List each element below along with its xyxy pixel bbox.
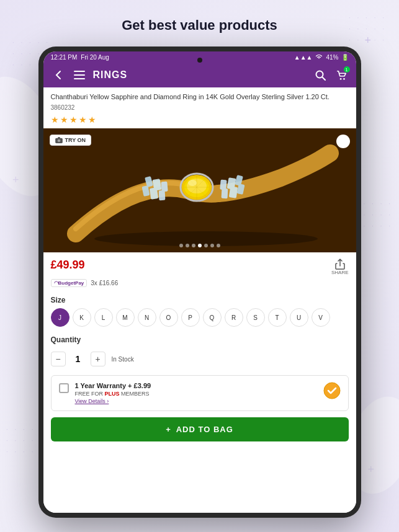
svg-rect-14: [161, 182, 168, 192]
dot-2[interactable]: [186, 244, 189, 247]
product-image-container: TRY ON: [43, 128, 356, 252]
try-on-badge[interactable]: TRY ON: [50, 135, 92, 146]
cart-badge: 1: [344, 66, 350, 73]
stock-status: In Stock: [112, 356, 134, 363]
size-grid: JKLMNOPQRSTUV: [43, 308, 356, 333]
svg-rect-2: [74, 78, 85, 79]
quantity-decrease[interactable]: −: [51, 352, 66, 366]
dot-5[interactable]: [204, 244, 208, 247]
try-on-label: TRY ON: [65, 137, 86, 143]
wifi-icon: [315, 53, 323, 61]
size-option-q[interactable]: Q: [203, 308, 222, 327]
image-dots: [179, 244, 220, 247]
svg-rect-17: [158, 190, 165, 201]
product-price: £49.99: [51, 259, 85, 272]
svg-point-10: [58, 140, 60, 142]
quantity-value: 1: [72, 354, 84, 364]
dot-6[interactable]: [210, 244, 214, 247]
search-button[interactable]: [313, 68, 328, 82]
warranty-checkbox[interactable]: [59, 383, 69, 393]
nav-title: RINGS: [93, 69, 307, 81]
svg-rect-1: [74, 74, 85, 76]
size-option-o[interactable]: O: [159, 308, 178, 327]
svg-point-5: [339, 78, 341, 80]
product-rating: ★★★★★: [43, 113, 356, 128]
svg-point-36: [324, 383, 340, 399]
warranty-section: 1 Year Warranty + £3.99 FREE FOR PLUS ME…: [51, 375, 349, 411]
quantity-controls: − 1 + In Stock: [51, 352, 349, 366]
product-image: [43, 128, 356, 252]
add-to-bag-button[interactable]: + ADD TO BAG: [51, 417, 349, 441]
size-option-p[interactable]: P: [181, 308, 200, 327]
status-time: 12:21 PM: [51, 54, 78, 61]
svg-point-6: [343, 78, 345, 80]
size-option-j[interactable]: J: [51, 308, 69, 327]
add-to-bag-label: ADD TO BAG: [176, 425, 233, 434]
product-id: 3860232: [43, 104, 356, 113]
plus-label: PLUS: [105, 391, 120, 397]
nav-bar: RINGS 1: [43, 63, 356, 87]
price-section: £49.99 SHARE: [43, 252, 356, 278]
size-option-k[interactable]: K: [73, 308, 91, 327]
size-label: Size: [43, 292, 356, 308]
menu-button[interactable]: [72, 68, 87, 82]
svg-rect-20: [220, 180, 226, 190]
quantity-label: Quantity: [51, 335, 349, 348]
quantity-section: Quantity − 1 + In Stock: [43, 333, 356, 373]
share-label: SHARE: [331, 270, 349, 275]
tablet-camera: [197, 58, 202, 63]
budget-pay-amount: 3x £16.66: [91, 280, 118, 286]
svg-rect-15: [149, 188, 158, 200]
warranty-title: 1 Year Warranty + £3.99: [75, 382, 317, 389]
dot-7[interactable]: [217, 244, 220, 247]
svg-point-32: [188, 180, 197, 186]
bg-plus-top: +: [364, 34, 371, 47]
size-option-m[interactable]: M: [116, 308, 135, 327]
size-option-l[interactable]: L: [94, 308, 113, 327]
cart-button[interactable]: 1: [334, 68, 349, 82]
svg-rect-0: [74, 71, 85, 72]
svg-rect-21: [228, 187, 237, 198]
svg-line-4: [322, 78, 325, 81]
tablet-screen: 12:21 PM Fri 20 Aug ▲▲▲ 41% 🔋 RINGS: [43, 51, 356, 513]
dot-3[interactable]: [192, 244, 195, 247]
product-content: Chanthaburi Yellow Sapphire and Diamond …: [43, 87, 356, 513]
size-option-v[interactable]: V: [312, 308, 330, 327]
warranty-info: 1 Year Warranty + £3.99 FREE FOR PLUS ME…: [75, 382, 317, 404]
status-date: Fri 20 Aug: [81, 54, 109, 61]
size-option-s[interactable]: S: [246, 308, 265, 327]
add-icon: +: [166, 425, 171, 434]
dot-1[interactable]: [179, 244, 183, 247]
tablet-frame: 12:21 PM Fri 20 Aug ▲▲▲ 41% 🔋 RINGS: [38, 47, 361, 518]
size-option-n[interactable]: N: [138, 308, 156, 327]
battery-symbol: 🔋: [341, 54, 349, 61]
battery-icon: 41%: [326, 54, 338, 61]
status-icons: ▲▲▲ 41% 🔋: [294, 53, 349, 61]
dot-4[interactable]: [198, 244, 202, 247]
budget-pay-logo: ◠BudgetPay: [51, 279, 87, 287]
share-button[interactable]: SHARE: [331, 259, 349, 275]
page-title: Get best value products: [0, 0, 399, 43]
warranty-shield-icon: [323, 382, 341, 399]
size-option-u[interactable]: U: [290, 308, 308, 327]
size-option-r[interactable]: R: [225, 308, 243, 327]
quantity-increase[interactable]: +: [91, 352, 105, 366]
budget-pay: ◠BudgetPay 3x £16.66: [43, 278, 356, 292]
warranty-link[interactable]: View Details ›: [75, 398, 317, 404]
svg-rect-23: [221, 188, 228, 199]
svg-rect-8: [58, 137, 60, 139]
product-title: Chanthaburi Yellow Sapphire and Diamond …: [43, 87, 356, 104]
signal-icon: ▲▲▲: [294, 54, 313, 61]
size-option-t[interactable]: T: [268, 308, 287, 327]
warranty-subtitle: FREE FOR PLUS MEMBERS: [75, 391, 317, 397]
back-button[interactable]: [51, 68, 66, 82]
